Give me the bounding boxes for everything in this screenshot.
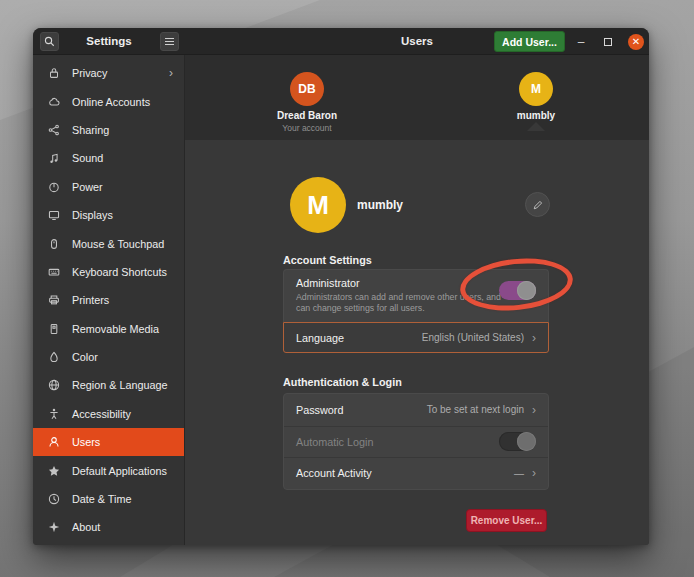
- sidebar-item-sharing[interactable]: Sharing: [33, 116, 184, 144]
- toggle-knob: [517, 432, 536, 451]
- password-label: Password: [296, 404, 343, 416]
- automatic-login-label: Automatic Login: [296, 436, 373, 448]
- sidebar-item-label: Sharing: [72, 124, 109, 136]
- automatic-login-toggle[interactable]: [499, 432, 536, 451]
- password-row[interactable]: Password To be set at next login ›: [284, 394, 548, 426]
- close-icon: ✕: [628, 34, 644, 50]
- edit-avatar-button[interactable]: [525, 192, 550, 217]
- sidebar-item-label: Users: [72, 436, 100, 448]
- about-icon: [46, 519, 62, 535]
- sidebar-item-accessibility[interactable]: Accessibility: [33, 400, 184, 428]
- sidebar: Privacy›Online AccountsSharingSoundPower…: [33, 55, 185, 545]
- sidebar-item-label: Region & Language: [72, 379, 167, 391]
- language-row[interactable]: Language English (United States) ›: [283, 322, 549, 353]
- sound-icon: [46, 150, 62, 166]
- star-icon: [46, 463, 62, 479]
- lock-icon: [46, 65, 62, 81]
- cloud-icon: [46, 94, 62, 110]
- sidebar-item-power[interactable]: Power: [33, 173, 184, 201]
- auth-login-heading: Authentication & Login: [283, 376, 402, 388]
- sidebar-item-label: Color: [72, 351, 98, 363]
- sidebar-item-label: Sound: [72, 152, 103, 164]
- remove-user-button[interactable]: Remove User...: [466, 509, 547, 532]
- sidebar-item-label: Date & Time: [72, 493, 131, 505]
- pencil-icon: [532, 199, 544, 211]
- sidebar-item-label: Accessibility: [72, 408, 131, 420]
- sidebar-item-about[interactable]: About: [33, 513, 184, 541]
- add-user-button[interactable]: Add User...: [494, 31, 565, 52]
- printer-icon: [46, 292, 62, 308]
- clock-icon: [46, 491, 62, 507]
- administrator-row: Administrator Administrators can add and…: [283, 269, 549, 322]
- accessibility-icon: [46, 406, 62, 422]
- toggle-knob: [517, 281, 536, 300]
- settings-window: Settings Users Add User... – ✕ Privacy›O…: [33, 28, 649, 545]
- sidebar-item-sound[interactable]: Sound: [33, 144, 184, 172]
- sidebar-item-online-accounts[interactable]: Online Accounts: [33, 87, 184, 115]
- account-settings-heading: Account Settings: [283, 254, 372, 266]
- sidebar-item-label: Printers: [72, 294, 109, 306]
- auth-login-group: Password To be set at next login › Autom…: [283, 393, 549, 490]
- maximize-button[interactable]: [597, 28, 619, 55]
- user-chip-dread-baron[interactable]: DB Dread Baron Your account: [252, 72, 362, 133]
- sidebar-item-privacy[interactable]: Privacy›: [33, 59, 184, 87]
- menu-button[interactable]: [160, 32, 179, 51]
- user-name: mumbly: [481, 110, 591, 121]
- titlebar[interactable]: Settings Users Add User... – ✕: [33, 28, 649, 55]
- sidebar-item-label: Keyboard Shortcuts: [72, 266, 167, 278]
- user-name: Dread Baron: [252, 110, 362, 121]
- language-label: Language: [296, 332, 344, 344]
- hamburger-icon: [165, 38, 174, 45]
- automatic-login-row: Automatic Login: [284, 426, 548, 458]
- share-icon: [46, 122, 62, 138]
- user-name: mumbly: [357, 198, 403, 212]
- avatar[interactable]: M: [290, 177, 346, 233]
- account-activity-row[interactable]: Account Activity — ›: [284, 457, 548, 489]
- display-icon: [46, 207, 62, 223]
- chevron-right-icon: ›: [532, 403, 536, 417]
- minimize-icon: –: [578, 35, 585, 49]
- minimize-button[interactable]: –: [570, 28, 592, 55]
- chevron-right-icon: ›: [169, 66, 173, 80]
- administrator-description: Administrators can add and remove other …: [296, 292, 501, 314]
- sidebar-item-printers[interactable]: Printers: [33, 286, 184, 314]
- avatar: DB: [290, 72, 324, 106]
- user-detail-panel: M mumbly Account Settings Administrator …: [185, 140, 649, 545]
- color-icon: [46, 349, 62, 365]
- user-carousel: DB Dread Baron Your account M mumbly: [185, 55, 649, 140]
- sidebar-item-label: Removable Media: [72, 323, 159, 335]
- media-icon: [46, 321, 62, 337]
- user-chip-mumbly[interactable]: M mumbly: [481, 72, 591, 121]
- sidebar-item-removable-media[interactable]: Removable Media: [33, 315, 184, 343]
- sidebar-item-region-language[interactable]: Region & Language: [33, 371, 184, 399]
- password-value: To be set at next login: [427, 404, 524, 415]
- sidebar-item-users[interactable]: Users: [33, 428, 184, 456]
- user-subtitle: Your account: [252, 123, 362, 133]
- sidebar-item-label: Mouse & Touchpad: [72, 238, 164, 250]
- sidebar-item-label: Displays: [72, 209, 113, 221]
- sidebar-item-keyboard-shortcuts[interactable]: Keyboard Shortcuts: [33, 258, 184, 286]
- administrator-toggle[interactable]: [499, 281, 536, 300]
- sidebar-item-label: Privacy: [72, 67, 107, 79]
- selected-user-notch: [527, 122, 545, 131]
- users-panel: DB Dread Baron Your account M mumbly M m…: [185, 55, 649, 545]
- sidebar-item-mouse-touchpad[interactable]: Mouse & Touchpad: [33, 229, 184, 257]
- sidebar-item-date-time[interactable]: Date & Time: [33, 485, 184, 513]
- sidebar-item-default-applications[interactable]: Default Applications: [33, 456, 184, 484]
- language-value: English (United States): [422, 332, 524, 343]
- avatar: M: [519, 72, 553, 106]
- sidebar-item-displays[interactable]: Displays: [33, 201, 184, 229]
- sidebar-item-label: Online Accounts: [72, 96, 150, 108]
- sidebar-item-color[interactable]: Color: [33, 343, 184, 371]
- sidebar-item-label: Default Applications: [72, 465, 167, 477]
- globe-icon: [46, 377, 62, 393]
- mouse-icon: [46, 236, 62, 252]
- sidebar-item-label: About: [72, 521, 100, 533]
- account-activity-label: Account Activity: [296, 467, 372, 479]
- chevron-right-icon: ›: [532, 331, 536, 345]
- keyboard-icon: [46, 264, 62, 280]
- account-activity-value: —: [514, 468, 524, 479]
- close-button[interactable]: ✕: [625, 28, 647, 55]
- chevron-right-icon: ›: [532, 466, 536, 480]
- power-icon: [46, 179, 62, 195]
